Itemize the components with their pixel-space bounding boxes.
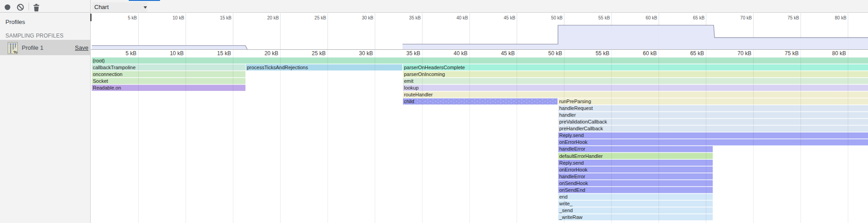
svg-text:35 kB: 35 kB [409,15,421,20]
svg-text:end: end [559,194,567,199]
svg-text:onErrorHook: onErrorHook [559,139,588,145]
svg-text:child: child [404,99,414,104]
svg-text:40 kB: 40 kB [456,15,468,20]
svg-text:Reply.send: Reply.send [559,160,584,165]
svg-text:callbackTrampoline: callbackTrampoline [93,64,136,70]
svg-text:_writeRaw: _writeRaw [559,214,582,220]
svg-text:30 kB: 30 kB [362,15,373,20]
svg-text:preHandlerCallback: preHandlerCallback [559,126,603,131]
svg-text:handleError: handleError [559,146,586,152]
svg-text:Socket: Socket [93,78,108,83]
svg-text:handleRequest: handleRequest [559,105,593,111]
svg-text:Reply.send: Reply.send [559,133,584,138]
svg-text:routeHandler: routeHandler [404,92,433,97]
svg-text:45 kB: 45 kB [504,15,515,20]
svg-text:50 kB: 50 kB [551,15,563,20]
svg-text:parserOnIncoming: parserOnIncoming [404,71,445,76]
svg-text:handler: handler [559,112,576,118]
svg-text:onconnection: onconnection [93,71,122,76]
svg-text:handleError: handleError [559,173,586,179]
svg-text:75 kB: 75 kB [785,50,799,57]
svg-text:70 kB: 70 kB [737,50,752,57]
svg-text:defaultErrorHandler: defaultErrorHandler [559,153,603,158]
svg-text:processTicksAndRejections: processTicksAndRejections [247,64,308,70]
svg-text:onSendEnd: onSendEnd [559,187,586,192]
svg-text:%: % [14,49,18,54]
svg-text:15 kB: 15 kB [220,15,232,20]
svg-text:60 kB: 60 kB [645,15,657,20]
svg-text:65 kB: 65 kB [693,15,705,20]
svg-text:65 kB: 65 kB [690,50,704,57]
svg-text:5 kB: 5 kB [126,50,136,57]
svg-text:lookup: lookup [404,85,418,90]
svg-text:onSendHook: onSendHook [559,180,588,185]
svg-text:75 kB: 75 kB [787,15,799,20]
svg-text:80 kB: 80 kB [832,50,846,57]
svg-text:15 kB: 15 kB [217,50,231,57]
svg-text:5 kB: 5 kB [128,15,137,20]
svg-text:35 kB: 35 kB [406,50,420,57]
svg-text:onErrorHook: onErrorHook [559,166,588,172]
svg-text:10 kB: 10 kB [173,15,184,20]
svg-text:10 kB: 10 kB [170,50,184,57]
svg-text:parserOnHeadersComplete: parserOnHeadersComplete [404,64,465,70]
svg-text:25 kB: 25 kB [312,50,326,57]
svg-text:write_: write_ [559,200,573,206]
svg-text:25 kB: 25 kB [315,15,326,20]
svg-text:50 kB: 50 kB [548,50,563,57]
svg-text:45 kB: 45 kB [501,50,515,57]
svg-text:55 kB: 55 kB [598,15,610,20]
svg-text:preValidationCallback: preValidationCallback [559,119,607,124]
svg-text:runPreParsing: runPreParsing [559,99,591,104]
svg-text:60 kB: 60 kB [643,50,657,57]
svg-text:(root): (root) [93,57,105,63]
svg-text:20 kB: 20 kB [264,50,278,57]
svg-text:Readable.on: Readable.on [93,85,121,90]
svg-text:emit: emit [404,78,413,83]
svg-text:20 kB: 20 kB [267,15,279,20]
svg-text:70 kB: 70 kB [740,15,752,20]
svg-text:_send: _send [559,208,573,213]
svg-text:55 kB: 55 kB [596,50,610,57]
svg-text:30 kB: 30 kB [359,50,373,57]
svg-text:40 kB: 40 kB [454,50,468,57]
svg-text:80 kB: 80 kB [835,15,847,20]
